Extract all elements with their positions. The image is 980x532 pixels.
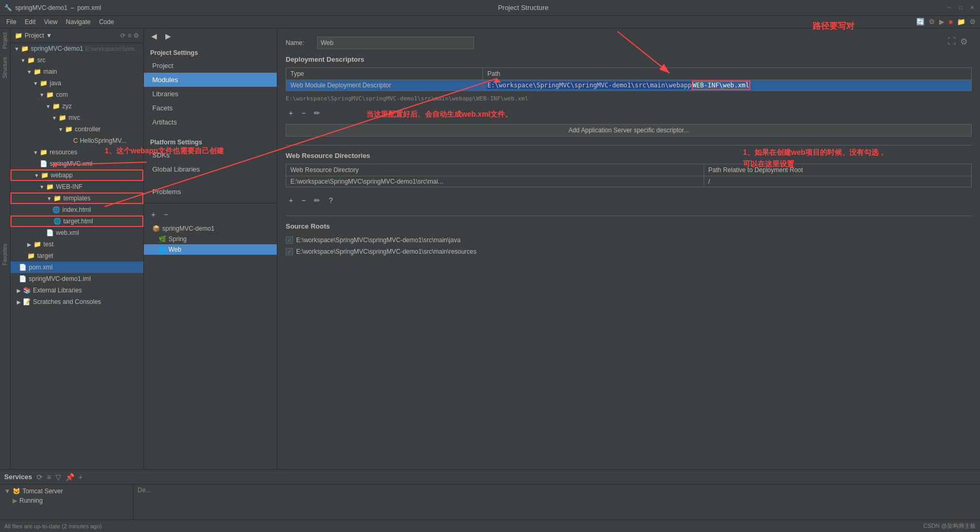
descriptor-row-0[interactable]: Web Module Deployment Descriptor E:\work… (286, 80, 972, 91)
module-add-btn[interactable]: + (148, 209, 159, 220)
web-resource-row-0[interactable]: E:\workspace\SpringMVC\springMVC-demo1\s… (286, 176, 972, 187)
descriptor-edit-btn[interactable]: ✏ (311, 107, 323, 119)
running-item[interactable]: ▶ Running (2, 496, 131, 505)
path-tooltip-line: E:\workspace\SpringMVC\springMVC-demo1\s… (286, 95, 972, 102)
settings-global-libs[interactable]: Global Libraries (144, 162, 277, 176)
services-collapse-icon[interactable]: ≡ (47, 473, 51, 481)
tree-pom-xml[interactable]: 📄 pom.xml (10, 262, 143, 273)
toolbar-icon-3[interactable]: ▶ (939, 18, 944, 26)
descriptor-remove-btn[interactable]: − (298, 107, 309, 119)
title-bar-left: 🔧 springMVC-demo1 – pom.xml (4, 4, 101, 12)
tree-webapp[interactable]: ▼ 📁 webapp (10, 169, 143, 181)
project-title: springMVC-demo1 (15, 4, 67, 12)
menu-view[interactable]: View (40, 17, 62, 27)
toolbar-icon-2[interactable]: ⚙ (929, 18, 935, 26)
module-subtree: + − 📦 springMVC-demo1 🌿 Spring 🌐 (144, 203, 277, 255)
tree-src[interactable]: ▼ 📁 src (10, 54, 143, 66)
tree-templates[interactable]: ▼ 📁 templates (10, 193, 143, 204)
source-root-java: E:\workspace\SpringMVC\springMVC-demo1\s… (286, 236, 972, 244)
bottom-panel: Services ⟳ ≡ ▽ 📌 + ▼ 🐱 Tomcat Server ▶ R… (0, 469, 980, 532)
toolbar-icon-1[interactable]: 🔄 (916, 18, 925, 26)
services-pin-icon[interactable]: 📌 (65, 473, 74, 481)
settings-back-btn[interactable]: ◀ (148, 30, 160, 42)
menu-file[interactable]: File (2, 17, 20, 27)
services-add-icon[interactable]: + (78, 473, 83, 481)
tree-web-xml[interactable]: 📄 web.xml (10, 227, 143, 239)
toolbar-icon-4[interactable]: 📁 (957, 18, 965, 26)
menu-edit[interactable]: Edit (20, 17, 40, 27)
tree-target[interactable]: 📁 target (10, 250, 143, 262)
settings-artifacts[interactable]: Artifacts (144, 115, 277, 129)
tree-zyz[interactable]: ▼ 📁 zyz (10, 100, 143, 112)
web-resource-add-btn[interactable]: + (286, 195, 296, 206)
tree-external-libs[interactable]: ▶ 📚 External Libraries (10, 285, 143, 296)
source-root-resources-checkbox[interactable] (286, 248, 293, 255)
strip-favorites[interactable]: Favorites (2, 244, 8, 265)
web-resource-remove-btn[interactable]: − (298, 195, 309, 206)
module-remove-btn[interactable]: − (161, 209, 171, 220)
tree-main[interactable]: ▼ 📁 main (10, 66, 143, 77)
settings-sdks[interactable]: SDKs (144, 148, 277, 162)
descriptor-path-cell[interactable]: E:\workspace\SpringMVC\springMVC-demo1\s… (483, 80, 972, 91)
web-resource-dir-cell: E:\workspace\SpringMVC\springMVC-demo1\s… (286, 176, 704, 187)
title-separator: – (71, 4, 74, 12)
services-filter-icon[interactable]: ▽ (55, 473, 61, 481)
source-root-java-checkbox[interactable] (286, 236, 293, 244)
tree-mvc[interactable]: ▼ 📁 mvc (10, 112, 143, 123)
platform-settings-header: Platform Settings (144, 133, 277, 148)
add-app-server-descriptor-btn[interactable]: Add Application Server specific descript… (286, 124, 972, 137)
tree-iml[interactable]: 📄 springMVC-demo1.iml (10, 273, 143, 285)
web-resource-edit-btn[interactable]: ✏ (311, 195, 323, 206)
status-right: CSDN @架构师主板 (923, 522, 976, 530)
tree-target-html[interactable]: 🌐 target.html (10, 216, 143, 227)
tree-index-html[interactable]: 🌐 index.html (10, 204, 143, 216)
right-icons: ⛶ ⚙ (948, 37, 967, 47)
settings-project[interactable]: Project (144, 59, 277, 73)
menu-code[interactable]: Code (95, 17, 118, 27)
dialog-inner: ◀ ▶ Project Settings Project Modules Lib… (144, 28, 980, 532)
settings-tree-panel: ◀ ▶ Project Settings Project Modules Lib… (144, 28, 277, 532)
tree-collapse-icon[interactable]: ≡ (128, 32, 131, 39)
maximize-btn[interactable]: □ (957, 4, 964, 12)
tree-settings-icon[interactable]: ⚙ (133, 32, 139, 39)
web-resource-path-cell: / (704, 176, 971, 187)
services-refresh-icon[interactable]: ⟳ (37, 473, 43, 481)
tree-target-label: target (37, 252, 53, 259)
tree-com[interactable]: ▼ 📁 com (10, 89, 143, 100)
strip-structure[interactable]: Structure (2, 57, 8, 78)
module-web[interactable]: 🌐 Web (144, 244, 277, 255)
tree-resources[interactable]: ▼ 📁 resources (10, 146, 143, 158)
close-btn[interactable]: ✕ (968, 4, 976, 12)
tree-root[interactable]: ▼ 📁 springMVC-demo1 E:\workspace\Sprin..… (10, 43, 143, 54)
expand-icon[interactable]: ⛶ (948, 37, 956, 47)
tree-test[interactable]: ▶ 📁 test (10, 239, 143, 250)
tree-sync-icon[interactable]: ⟳ (120, 32, 126, 39)
toolbar-icon-5[interactable]: ⚙ (970, 18, 976, 26)
tree-springmvc-xml[interactable]: 📄 springMVC.xml (10, 158, 143, 169)
tree-scratches[interactable]: ▶ 📝 Scratches and Consoles (10, 296, 143, 308)
minimize-btn[interactable]: ─ (945, 4, 953, 12)
tree-java[interactable]: ▼ 📁 java (10, 77, 143, 89)
left-strip: Project Structure Favorites (0, 28, 10, 532)
descriptor-add-btn[interactable]: + (286, 107, 296, 119)
menu-navigate[interactable]: Navigate (62, 17, 95, 27)
tree-controller[interactable]: ▼ 📁 controller (10, 123, 143, 135)
settings-problems[interactable]: Problems (144, 185, 277, 199)
strip-project[interactable]: Project (2, 32, 8, 49)
app-icon: 🔧 (4, 4, 12, 12)
module-spring[interactable]: 🌿 Spring (144, 234, 277, 244)
web-resource-help-btn[interactable]: ? (325, 195, 336, 206)
module-springmvc[interactable]: 📦 springMVC-demo1 (144, 223, 277, 234)
name-input[interactable] (317, 37, 474, 49)
toolbar-icon-stop[interactable]: ■ (949, 18, 953, 26)
tomcat-item[interactable]: ▼ 🐱 Tomcat Server (2, 486, 131, 496)
settings-modules[interactable]: Modules (144, 73, 277, 87)
tree-hello[interactable]: C HelloSpringMV... (10, 135, 143, 146)
name-label: Name: (286, 39, 317, 47)
settings-libraries[interactable]: Libraries (144, 87, 277, 101)
web-resource-dir-header: Web Resource Directory (286, 164, 704, 176)
settings-forward-btn[interactable]: ▶ (162, 30, 174, 42)
settings-facets[interactable]: Facets (144, 101, 277, 115)
tree-webinf[interactable]: ▼ 📁 WEB-INF (10, 181, 143, 193)
settings-icon-right[interactable]: ⚙ (960, 37, 967, 47)
